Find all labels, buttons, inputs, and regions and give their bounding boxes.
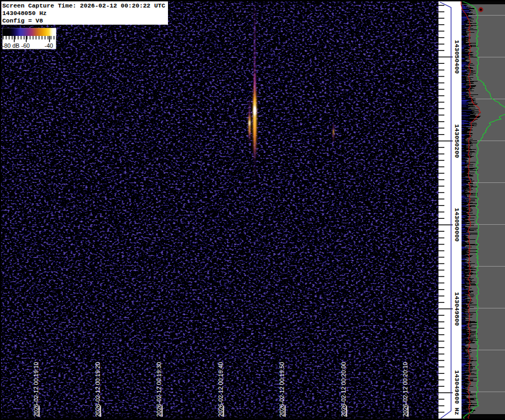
svg-text:2026-02-12 00:19:50: 2026-02-12 00:19:50 — [279, 362, 285, 417]
svg-text:2026-02-12 00:20:00: 2026-02-12 00:20:00 — [340, 362, 347, 417]
svg-text:143050200: 143050200 — [453, 124, 460, 158]
svg-text:2026-02-12 00:19:10: 2026-02-12 00:19:10 — [33, 362, 39, 417]
svg-text:Screen Capture Time: 2026-02-1: Screen Capture Time: 2026-02-12 00:20:22… — [2, 2, 165, 9]
svg-text:143049600 Hz: 143049600 Hz — [453, 370, 460, 415]
svg-text:143049800: 143049800 — [453, 292, 460, 326]
svg-text:-60: -60 — [21, 42, 30, 49]
svg-text:143050000: 143050000 — [453, 208, 460, 241]
svg-text:-40: -40 — [45, 42, 53, 49]
svg-text:2026-02-12 00:19:30: 2026-02-12 00:19:30 — [156, 362, 162, 417]
svg-text:143048050 Hz: 143048050 Hz — [2, 10, 47, 17]
svg-text:2026-02-12 00:19:20: 2026-02-12 00:19:20 — [94, 362, 101, 417]
svg-text:-80 dB: -80 dB — [2, 42, 19, 49]
svg-text:2026-02-12 00:19:40: 2026-02-12 00:19:40 — [217, 362, 224, 417]
svg-text:2026-02-12 00:20:10: 2026-02-12 00:20:10 — [402, 362, 408, 417]
svg-text:143050400: 143050400 — [453, 40, 460, 73]
svg-text:Config = V8: Config = V8 — [2, 17, 43, 24]
